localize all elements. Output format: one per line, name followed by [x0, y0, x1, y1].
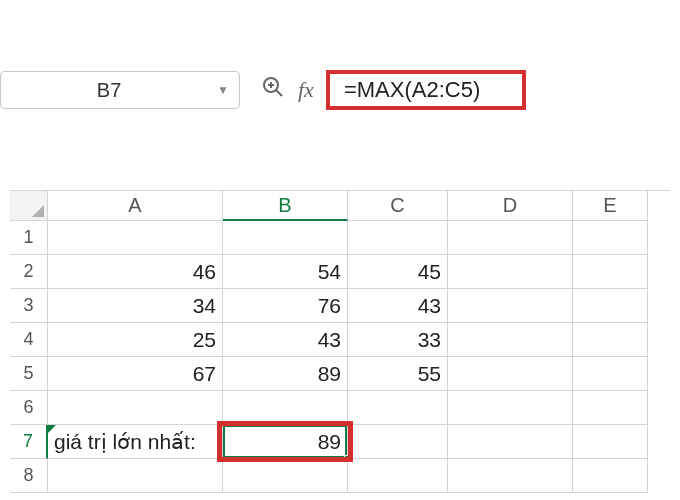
cell[interactable] [573, 391, 648, 425]
cell[interactable] [348, 425, 448, 459]
table-row: 8 [10, 459, 670, 493]
cell[interactable]: 54 [223, 255, 348, 289]
row-header[interactable]: 4 [10, 323, 48, 357]
cell[interactable] [48, 221, 223, 255]
name-box-value: B7 [1, 79, 217, 102]
table-row: 2 46 54 45 [10, 255, 670, 289]
zoom-icon[interactable] [260, 74, 286, 106]
spreadsheet-grid[interactable]: A B C D E 1 2 46 54 45 3 34 76 43 [10, 190, 670, 493]
row-header[interactable]: 1 [10, 221, 48, 255]
row-header[interactable]: 5 [10, 357, 48, 391]
ribbon-placeholder [10, 10, 670, 70]
name-box-dropdown-icon[interactable]: ▼ [217, 83, 229, 97]
col-header-A[interactable]: A [48, 191, 223, 221]
table-row: 7 giá trị lớn nhất: 89 [10, 425, 670, 459]
cell-label[interactable]: giá trị lớn nhất: [48, 425, 223, 459]
formula-controls: fx =MAX(A2:C5) [260, 70, 526, 110]
cell[interactable] [348, 391, 448, 425]
cell[interactable] [573, 357, 648, 391]
cell[interactable] [223, 459, 348, 493]
table-row: 4 25 43 33 [10, 323, 670, 357]
cell[interactable]: 43 [348, 289, 448, 323]
fx-icon[interactable]: fx [298, 77, 314, 103]
select-all-corner[interactable] [10, 191, 48, 221]
cell[interactable] [573, 459, 648, 493]
cell[interactable] [573, 289, 648, 323]
col-header-B[interactable]: B [223, 191, 348, 221]
fill-handle[interactable] [344, 455, 350, 461]
cell[interactable] [448, 323, 573, 357]
svg-line-1 [276, 90, 282, 96]
cell[interactable] [448, 357, 573, 391]
excel-window: B7 ▼ fx =MAX(A2:C5) A B C D E 1 [0, 0, 680, 493]
col-header-D[interactable]: D [448, 191, 573, 221]
cell[interactable] [448, 289, 573, 323]
row-header[interactable]: 8 [10, 459, 48, 493]
cell[interactable] [448, 221, 573, 255]
cell[interactable] [573, 425, 648, 459]
cell[interactable]: 43 [223, 323, 348, 357]
cell[interactable] [348, 459, 448, 493]
cell[interactable] [448, 459, 573, 493]
cell[interactable] [448, 255, 573, 289]
row-header[interactable]: 2 [10, 255, 48, 289]
cell[interactable]: 34 [48, 289, 223, 323]
cell[interactable]: 33 [348, 323, 448, 357]
column-header-row: A B C D E [10, 191, 670, 221]
cell[interactable] [573, 255, 648, 289]
col-header-C[interactable]: C [348, 191, 448, 221]
cell[interactable]: 67 [48, 357, 223, 391]
cell-active[interactable]: 89 [223, 425, 348, 459]
table-row: 5 67 89 55 [10, 357, 670, 391]
table-row: 6 [10, 391, 670, 425]
cell[interactable] [223, 221, 348, 255]
cell[interactable] [448, 391, 573, 425]
row-header[interactable]: 7 [10, 425, 48, 459]
table-row: 1 [10, 221, 670, 255]
cell[interactable]: 89 [223, 357, 348, 391]
cell[interactable]: 55 [348, 357, 448, 391]
name-box[interactable]: B7 ▼ [0, 71, 240, 109]
cell[interactable]: 25 [48, 323, 223, 357]
table-row: 3 34 76 43 [10, 289, 670, 323]
cell[interactable]: 45 [348, 255, 448, 289]
cell[interactable] [48, 391, 223, 425]
cell[interactable] [48, 459, 223, 493]
row-header[interactable]: 3 [10, 289, 48, 323]
cell[interactable] [223, 391, 348, 425]
cell-value: 89 [318, 430, 341, 454]
cell[interactable]: 46 [48, 255, 223, 289]
cell[interactable] [573, 323, 648, 357]
formula-bar-value: =MAX(A2:C5) [344, 77, 480, 103]
col-header-E[interactable]: E [573, 191, 648, 221]
cell[interactable]: 76 [223, 289, 348, 323]
cell[interactable] [573, 221, 648, 255]
formula-bar[interactable]: =MAX(A2:C5) [326, 70, 526, 110]
formula-bar-row: B7 ▼ fx =MAX(A2:C5) [0, 70, 680, 110]
cell[interactable] [448, 425, 573, 459]
row-header[interactable]: 6 [10, 391, 48, 425]
cell[interactable] [348, 221, 448, 255]
